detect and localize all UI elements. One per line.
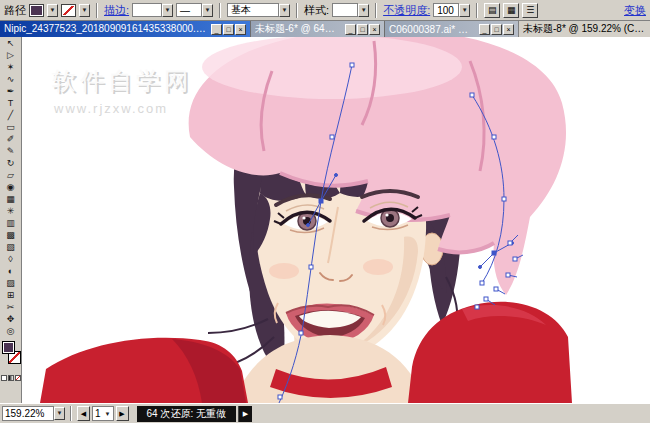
minimize-icon[interactable]: _ (211, 24, 222, 35)
tab-nipic-document[interactable]: Nipic_24377523_20180909161435338000.[转换]… (0, 21, 250, 37)
style-value[interactable] (332, 3, 358, 17)
separator (70, 406, 72, 421)
brush-arrow-icon[interactable]: ▼ (279, 4, 290, 17)
tool-scale[interactable]: ▱ (1, 169, 21, 181)
fill-indicator-swatch[interactable] (2, 341, 15, 354)
tool-type[interactable]: T (1, 97, 21, 109)
color-mode-button[interactable] (1, 375, 7, 381)
tool-pen[interactable]: ✒ (1, 85, 21, 97)
zoom-value[interactable]: 159.22% (2, 406, 54, 421)
stroke-weight-combo[interactable]: ▼ (132, 3, 173, 17)
tool-crop-area[interactable]: ⊞ (1, 289, 21, 301)
stroke-profile-combo[interactable]: — ▼ (176, 3, 213, 17)
window-buttons: _ □ × (478, 24, 514, 35)
stroke-weight-arrow-icon[interactable]: ▼ (162, 4, 173, 17)
tab-title: Nipic_24377523_20180909161435338000.[转换]… (4, 22, 208, 36)
close-icon[interactable]: × (369, 24, 380, 35)
stroke-dropdown-arrow-icon[interactable]: ▼ (79, 4, 90, 17)
panel-menu-icon[interactable]: ☰ (522, 3, 538, 18)
style-combo[interactable]: ▼ (332, 3, 369, 17)
fill-stroke-indicator (0, 339, 22, 373)
tool-mesh[interactable]: ▩ (1, 229, 21, 241)
close-icon[interactable]: × (503, 24, 514, 35)
selection-type-label: 路径 (4, 3, 26, 18)
prev-artboard-icon[interactable]: ◀ (77, 406, 90, 421)
tool-pencil[interactable]: ✎ (1, 145, 21, 157)
stroke-color-swatch[interactable] (61, 4, 76, 17)
restore-icon[interactable]: □ (357, 24, 368, 35)
tool-rectangle[interactable]: ▭ (1, 121, 21, 133)
tab-c06000387[interactable]: C06000387.ai* @ 47.75... _ □ × (384, 21, 518, 37)
watermark-line1: 软件自学网 (51, 67, 192, 94)
tool-paintbrush[interactable]: ✐ (1, 133, 21, 145)
brush-value[interactable]: 基本 (227, 3, 279, 17)
transform-panel-link[interactable]: 变换 (624, 3, 646, 18)
artwork-svg[interactable]: 软件自学网 软件自学网 www.rjzxw.com (22, 37, 650, 403)
document-setup-icon[interactable]: ▤ (484, 3, 500, 18)
stroke-panel-link[interactable]: 描边: (104, 3, 129, 18)
zoom-combo[interactable]: 159.22% ▼ (2, 406, 65, 421)
tool-gradient[interactable]: ▧ (1, 241, 21, 253)
opacity-value[interactable]: 100 (433, 3, 459, 17)
tool-blend[interactable]: ◐ (1, 265, 21, 277)
tool-free-transform[interactable]: ▦ (1, 193, 21, 205)
style-arrow-icon[interactable]: ▼ (358, 4, 369, 17)
tool-warp[interactable]: ◉ (1, 181, 21, 193)
restore-icon[interactable]: □ (223, 24, 234, 35)
tool-zoom[interactable]: ◎ (1, 325, 21, 337)
document-canvas[interactable]: 软件自学网 软件自学网 www.rjzxw.com (22, 37, 650, 403)
tab-untitled-6[interactable]: 未标题-6* @ 64% (CMY... _ □ × (250, 21, 384, 37)
window-buttons: _ □ × (344, 24, 380, 35)
separator (375, 3, 377, 18)
status-expand-icon[interactable]: ▶ (238, 406, 252, 422)
fill-dropdown-arrow-icon[interactable]: ▼ (47, 4, 58, 17)
minimize-icon[interactable]: _ (345, 24, 356, 35)
stroke-profile-value[interactable]: — (176, 3, 202, 17)
tools-list: ↖ ▷ ✶ ∿ ✒ T ╱ ▭ ✐ ✎ ↻ ▱ (0, 37, 21, 337)
left-blush (269, 263, 299, 279)
tool-direct-selection[interactable]: ▷ (1, 49, 21, 61)
tab-title: 未标题-6* @ 64% (CMY... (255, 22, 342, 36)
tool-eyedropper[interactable]: ◊ (1, 253, 21, 265)
tool-live-paint[interactable]: ▨ (1, 277, 21, 289)
tool-magic-wand[interactable]: ✶ (1, 61, 21, 73)
tool-hand[interactable]: ✥ (1, 313, 21, 325)
artboard-number: 1 (95, 408, 101, 419)
separator (476, 3, 478, 18)
tool-lasso[interactable]: ∿ (1, 73, 21, 85)
next-artboard-icon[interactable]: ▶ (116, 406, 129, 421)
tool-symbol-sprayer[interactable]: ✳ (1, 205, 21, 217)
tab-untitled-8-active-doc[interactable]: 未标题-8* @ 159.22% (CMYK/预览) (518, 21, 650, 37)
status-bar: 159.22% ▼ ◀ 1 ▼ ▶ 64 次还原: 无重做 ▶ (0, 403, 650, 423)
preferences-icon[interactable]: ▦ (503, 3, 519, 18)
tool-selection[interactable]: ↖ (1, 37, 21, 49)
zoom-arrow-icon[interactable]: ▼ (54, 407, 65, 420)
artboard-dropdown-icon[interactable]: ▼ (105, 411, 111, 417)
right-blush (363, 259, 393, 275)
minimize-icon[interactable]: _ (479, 24, 490, 35)
options-bar: 路径 ▼ ▼ 描边: ▼ — ▼ 基本 ▼ 样式: ▼ 不透明度: 100 ▼ (0, 0, 650, 21)
document-tab-row: Nipic_24377523_20180909161435338000.[转换]… (0, 21, 650, 37)
separator (219, 3, 221, 18)
opacity-arrow-icon[interactable]: ▼ (459, 4, 470, 17)
separator (96, 3, 98, 18)
restore-icon[interactable]: □ (491, 24, 502, 35)
window-buttons: _ □ × (210, 24, 246, 35)
gradient-mode-button[interactable] (8, 375, 14, 381)
tool-scissors[interactable]: ✂ (1, 301, 21, 313)
stroke-profile-arrow-icon[interactable]: ▼ (202, 4, 213, 17)
tab-title: 未标题-8* @ 159.22% (CMYK/预览) (523, 22, 646, 36)
fill-color-swatch[interactable] (29, 4, 44, 17)
none-mode-button[interactable] (15, 375, 21, 381)
tool-column-graph[interactable]: ▥ (1, 217, 21, 229)
tool-line-segment[interactable]: ╱ (1, 109, 21, 121)
paint-mode-buttons (1, 375, 21, 381)
opacity-panel-link[interactable]: 不透明度: (383, 3, 430, 18)
artboard-number-combo[interactable]: 1 ▼ (92, 406, 114, 421)
status-history-text: 64 次还原: 无重做 (137, 406, 236, 422)
opacity-combo[interactable]: 100 ▼ (433, 3, 470, 17)
close-icon[interactable]: × (235, 24, 246, 35)
tool-rotate[interactable]: ↻ (1, 157, 21, 169)
brush-combo[interactable]: 基本 ▼ (227, 3, 290, 17)
stroke-weight-value[interactable] (132, 3, 162, 17)
